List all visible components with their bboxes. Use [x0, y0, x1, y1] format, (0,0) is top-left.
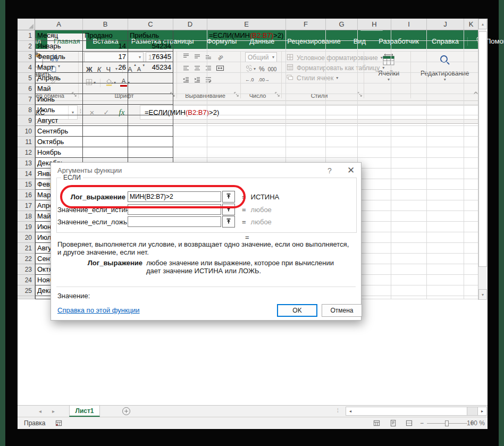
row-header-4[interactable]: 4 [18, 62, 35, 73]
cell-K7[interactable] [464, 94, 478, 105]
cell-H23[interactable] [358, 264, 391, 275]
row-header-1[interactable]: 1 [18, 30, 35, 41]
cell-E9[interactable] [207, 115, 286, 126]
cell-I13[interactable] [391, 158, 427, 169]
cell-K19[interactable] [464, 222, 478, 232]
row-header-9[interactable]: 9 [18, 115, 35, 126]
cell-J9[interactable] [427, 115, 464, 126]
column-header-E[interactable]: E [207, 19, 286, 30]
cell-C6[interactable] [128, 83, 173, 94]
cell-J18[interactable] [427, 211, 464, 222]
cell-K18[interactable] [464, 211, 478, 222]
horizontal-scrollbar[interactable]: ◂ ▸ [346, 407, 487, 416]
row-header-3[interactable]: 3 [18, 52, 35, 62]
row-header-15[interactable]: 15 [18, 179, 35, 190]
cell-D7[interactable] [173, 94, 207, 105]
cell-C11[interactable] [128, 137, 173, 147]
cell-F3[interactable] [286, 52, 326, 62]
cell-K11[interactable] [464, 137, 478, 147]
normal-view-icon[interactable] [373, 419, 381, 428]
cell-J16[interactable] [427, 190, 464, 200]
horizontal-scroll-thumb[interactable] [355, 407, 467, 415]
row-header-6[interactable]: 6 [18, 83, 35, 94]
cell-J23[interactable] [427, 264, 464, 275]
cell-K25[interactable] [464, 285, 478, 296]
cell-K12[interactable] [464, 147, 478, 158]
collapse-dialog-button[interactable] [222, 191, 235, 203]
row-header-8[interactable]: 8 [18, 105, 35, 115]
cell-B8[interactable] [83, 105, 128, 115]
cell-K1[interactable] [464, 30, 478, 41]
column-header-K[interactable]: K [464, 19, 478, 30]
cell-H18[interactable] [358, 211, 391, 222]
cell-J5[interactable] [427, 73, 464, 83]
cell-G6[interactable] [326, 83, 358, 94]
cell-D1[interactable] [173, 30, 207, 41]
cell-E11[interactable] [207, 137, 286, 147]
column-header-I[interactable]: I [391, 19, 427, 30]
cell-H5[interactable] [358, 73, 391, 83]
cell-F12[interactable] [286, 147, 326, 158]
zoom-out-icon[interactable]: − [420, 417, 424, 429]
cell-J6[interactable] [427, 83, 464, 94]
cell-C2[interactable]: 54234 [128, 41, 173, 52]
cell-H22[interactable] [358, 254, 391, 264]
cell-K14[interactable] [464, 169, 478, 179]
select-all-corner[interactable] [18, 19, 35, 30]
dialog-help-icon[interactable]: ? [323, 165, 336, 176]
cell-K15[interactable] [464, 179, 478, 190]
page-break-view-icon[interactable] [405, 419, 413, 428]
cell-H17[interactable] [358, 200, 391, 211]
cell-I19[interactable] [391, 222, 427, 232]
cell-J7[interactable] [427, 94, 464, 105]
cell-K16[interactable] [464, 190, 478, 200]
cell-B3[interactable]: 17 [83, 52, 128, 62]
cell-G1[interactable] [326, 30, 358, 41]
cell-J14[interactable] [427, 169, 464, 179]
cell-H20[interactable] [358, 232, 391, 243]
cell-C3[interactable]: 76345 [128, 52, 173, 62]
cell-G2[interactable] [326, 41, 358, 52]
cell-A4[interactable]: Март [35, 62, 83, 73]
cell-G12[interactable] [326, 147, 358, 158]
cell-E6[interactable] [207, 83, 286, 94]
cell-C12[interactable] [128, 147, 173, 158]
column-header-B[interactable]: B [83, 19, 128, 30]
dialog-close-icon[interactable]: ✕ [343, 164, 358, 176]
cell-G11[interactable] [326, 137, 358, 147]
cell-E12[interactable] [207, 147, 286, 158]
cell-E1[interactable]: =ЕСЛИ(МИН(B2:B7)>2) [207, 30, 286, 41]
cell-I11[interactable] [391, 137, 427, 147]
collapse-dialog-button[interactable] [222, 216, 235, 228]
vertical-scrollbar[interactable]: ▴ ▾ [478, 19, 488, 300]
cell-B12[interactable] [83, 147, 128, 158]
cell-H2[interactable] [358, 41, 391, 52]
cell-B2[interactable]: 14 [83, 41, 128, 52]
cell-F1[interactable] [286, 30, 326, 41]
column-header-D[interactable]: D [173, 19, 207, 30]
cell-F8[interactable] [286, 105, 326, 115]
cell-G5[interactable] [326, 73, 358, 83]
cell-G9[interactable] [326, 115, 358, 126]
cell-C9[interactable] [128, 115, 173, 126]
cell-E4[interactable] [207, 62, 286, 73]
cell-E7[interactable] [207, 94, 286, 105]
column-header-A[interactable]: A [35, 19, 83, 30]
cell-K5[interactable] [464, 73, 478, 83]
cell-J13[interactable] [427, 158, 464, 169]
cell-I23[interactable] [391, 264, 427, 275]
cell-K9[interactable] [464, 115, 478, 126]
cell-K23[interactable] [464, 264, 478, 275]
cell-C1[interactable]: Прибыль [128, 30, 173, 41]
cell-D12[interactable] [173, 147, 207, 158]
column-header-G[interactable]: G [326, 19, 358, 30]
cell-H16[interactable] [358, 190, 391, 200]
cell-F7[interactable] [286, 94, 326, 105]
scroll-right-icon[interactable]: ▸ [477, 407, 486, 415]
row-header-24[interactable]: 24 [18, 275, 35, 285]
cell-J10[interactable] [427, 126, 464, 137]
cell-B7[interactable] [83, 94, 128, 105]
cell-H6[interactable] [358, 83, 391, 94]
cell-H14[interactable] [358, 169, 391, 179]
cell-F4[interactable] [286, 62, 326, 73]
